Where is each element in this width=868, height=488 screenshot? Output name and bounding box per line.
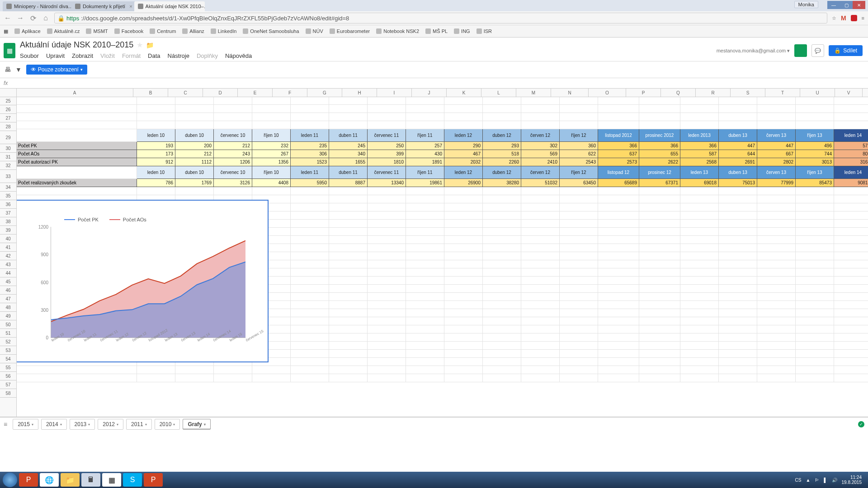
taskbar-apps-icon[interactable]: ▦	[102, 473, 121, 487]
cell[interactable]	[834, 358, 868, 366]
cell[interactable]	[834, 244, 868, 252]
cell[interactable]	[329, 211, 368, 220]
cell[interactable]	[483, 203, 521, 211]
cell[interactable]: 912	[137, 158, 175, 166]
print-button[interactable]: 🖶	[5, 66, 11, 73]
cell[interactable]	[521, 195, 560, 203]
cell[interactable]	[406, 105, 444, 113]
cell[interactable]	[406, 325, 444, 333]
cell[interactable]	[329, 113, 368, 121]
row-header[interactable]: 33	[0, 170, 16, 183]
cell[interactable]	[639, 350, 680, 358]
cell[interactable]	[329, 325, 368, 333]
cell[interactable]	[521, 285, 560, 293]
cell[interactable]: 496	[796, 142, 834, 150]
cell[interactable]	[444, 325, 483, 333]
cell[interactable]: 302	[521, 142, 560, 150]
cell[interactable]	[252, 105, 291, 113]
cell[interactable]	[137, 121, 175, 129]
cell[interactable]	[406, 309, 444, 317]
column-header[interactable]: T	[765, 89, 800, 97]
cell[interactable]	[560, 260, 598, 268]
sheet-tab[interactable]: 2015	[13, 419, 38, 430]
cell[interactable]	[444, 285, 483, 293]
cell[interactable]	[406, 121, 444, 129]
cell[interactable]	[406, 293, 444, 301]
cell[interactable]	[757, 374, 796, 382]
cell[interactable]	[329, 236, 368, 244]
cell[interactable]	[680, 187, 719, 195]
close-button[interactable]: ✕	[853, 1, 865, 9]
cell[interactable]	[214, 187, 252, 195]
star-icon[interactable]: ★	[137, 41, 143, 49]
cell[interactable]: říjen 10	[252, 166, 291, 179]
cell[interactable]	[368, 252, 406, 260]
cell[interactable]	[368, 317, 406, 325]
cell[interactable]	[639, 236, 680, 244]
cell[interactable]	[329, 366, 368, 374]
row-header[interactable]: 37	[0, 209, 16, 217]
cell[interactable]	[598, 228, 639, 236]
cell[interactable]: červenec 10	[214, 166, 252, 179]
cell[interactable]	[560, 244, 598, 252]
cell[interactable]	[834, 342, 868, 350]
row-header[interactable]: 45	[0, 277, 16, 286]
cell[interactable]	[719, 366, 757, 374]
cell[interactable]	[834, 220, 868, 228]
cell[interactable]	[796, 309, 834, 317]
cell[interactable]	[252, 187, 291, 195]
cell[interactable]	[719, 113, 757, 121]
cell[interactable]	[483, 342, 521, 350]
column-header[interactable]: O	[589, 89, 626, 97]
cell[interactable]	[214, 374, 252, 382]
cell[interactable]	[444, 301, 483, 309]
cell[interactable]	[757, 97, 796, 105]
url-input[interactable]: 🔒 https://docs.google.com/spreadsheets/d…	[54, 13, 827, 23]
cell[interactable]: prosinec 2012	[639, 129, 680, 142]
cell[interactable]	[252, 97, 291, 105]
cell[interactable]	[175, 374, 214, 382]
document-title[interactable]: Aktuální údaje NSK 2010–2015	[20, 40, 133, 49]
row-header[interactable]: 49	[0, 312, 16, 320]
sheet-tab[interactable]: 2012	[98, 419, 123, 430]
cell[interactable]	[483, 333, 521, 342]
cell[interactable]	[444, 342, 483, 350]
cell[interactable]	[483, 113, 521, 121]
cell[interactable]	[560, 211, 598, 220]
cell[interactable]	[757, 260, 796, 268]
cell[interactable]	[521, 244, 560, 252]
start-button[interactable]	[3, 473, 17, 487]
cell[interactable]	[444, 260, 483, 268]
cell[interactable]	[406, 358, 444, 366]
bookmark-item[interactable]: Aktuálně.cz	[47, 28, 80, 34]
cell[interactable]	[639, 252, 680, 260]
cell[interactable]	[834, 317, 868, 325]
cell[interactable]	[639, 342, 680, 350]
cell[interactable]	[796, 333, 834, 342]
cell[interactable]: 1356	[252, 158, 291, 166]
cell[interactable]	[680, 220, 719, 228]
cell[interactable]	[521, 358, 560, 366]
apps-icon[interactable]: ▦	[4, 28, 8, 34]
docs-home-button[interactable]	[794, 44, 807, 57]
cell[interactable]: 77999	[757, 179, 796, 187]
cell[interactable]: 90814	[834, 179, 868, 187]
cell[interactable]	[291, 277, 329, 285]
tray-clock[interactable]: 11:24 19.8.2015	[842, 475, 862, 485]
row-header[interactable]: 27	[0, 114, 16, 122]
cell[interactable]	[521, 121, 560, 129]
row-header[interactable]: 55	[0, 363, 16, 372]
cell[interactable]	[680, 317, 719, 325]
cell[interactable]	[796, 325, 834, 333]
close-icon[interactable]: ×	[129, 4, 132, 9]
cell[interactable]	[757, 236, 796, 244]
cell[interactable]	[834, 97, 868, 105]
chrome-profile-chip[interactable]: Monika	[794, 1, 818, 8]
cell[interactable]: leden 10	[137, 166, 175, 179]
cell[interactable]: 360	[560, 142, 598, 150]
cell[interactable]	[639, 293, 680, 301]
cell[interactable]	[680, 350, 719, 358]
cell[interactable]: 572	[834, 142, 868, 150]
cell[interactable]	[483, 195, 521, 203]
cell[interactable]	[680, 228, 719, 236]
